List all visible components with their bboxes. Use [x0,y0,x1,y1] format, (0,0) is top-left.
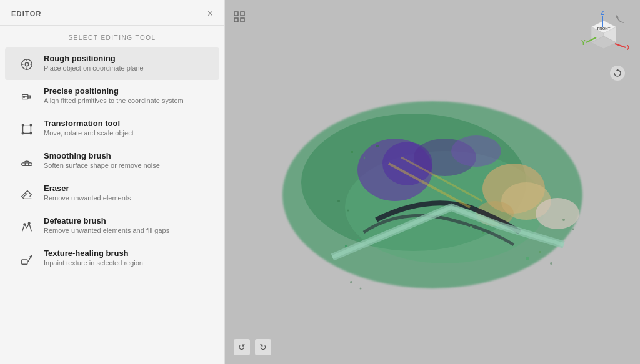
close-button[interactable]: × [208,9,213,19]
svg-rect-49 [351,151,353,153]
svg-rect-58 [539,251,541,253]
svg-rect-56 [358,239,359,240]
defeature-brush-text-block: Defeature brushRemove unwanted elements … [44,216,169,234]
redo-button[interactable]: ↻ [255,339,271,355]
tool-item-rough-positioning[interactable]: Rough positioningPlace object on coordin… [5,47,219,80]
svg-point-44 [451,135,501,167]
axis-cube: FRONT X Y Z [579,11,629,61]
svg-text:FRONT: FRONT [598,27,611,31]
tool-item-transformation-tool[interactable]: Transformation toolMove, rotate and scal… [5,112,219,145]
svg-rect-53 [482,232,484,234]
svg-text:Y: Y [581,39,586,46]
svg-point-8 [23,96,25,98]
svg-point-66 [350,281,352,283]
rotate-button[interactable] [610,66,625,81]
svg-rect-22 [241,12,244,16]
svg-rect-24 [241,18,244,22]
tool-item-smoothing-brush[interactable]: Smoothing brushSoften surface shape or r… [5,145,219,177]
svg-point-67 [360,287,362,289]
svg-rect-50 [364,157,365,159]
svg-point-1 [25,62,29,66]
smoothing-brush-desc: Soften surface shape or remove noise [44,162,160,169]
left-panel: EDITOR × SELECT EDITING TOOL Rough posit… [0,0,225,364]
undo-button[interactable]: ↺ [234,339,250,355]
svg-point-63 [562,219,565,221]
svg-point-11 [30,124,32,126]
select-editing-label: SELECT EDITING TOOL [0,26,224,47]
viewport-controls: ↺ ↻ [234,339,271,355]
rough-positioning-name: Rough positioning [44,54,144,63]
smoothing-brush-icon [18,152,36,171]
texture-healing-brush-desc: Inpaint texture in selected region [44,259,143,267]
precise-positioning-name: Precise positioning [44,86,184,96]
defeature-brush-desc: Remove unwanted elements and fill gaps [44,227,169,234]
eraser-text-block: EraserRemove unwanted elements [44,184,131,202]
tool-item-texture-healing-brush[interactable]: Texture-healing brushInpaint texture in … [5,242,219,275]
precise-positioning-text-block: Precise positioningAlign fitted primitiv… [44,86,184,104]
smoothing-brush-name: Smoothing brush [44,151,160,160]
eraser-desc: Remove unwanted elements [44,194,131,202]
svg-point-18 [24,224,26,225]
svg-point-12 [22,132,24,134]
svg-point-62 [348,209,349,211]
transformation-tool-text-block: Transformation toolMove, rotate and scal… [44,119,134,137]
tool-item-eraser[interactable]: EraserRemove unwanted elements [5,177,219,210]
eraser-name: Eraser [44,184,131,193]
texture-healing-brush-name: Texture-healing brush [44,248,143,258]
svg-marker-36 [616,15,619,18]
svg-text:X: X [627,44,629,51]
viewport: FRONT X Y Z [225,0,640,364]
panel-header: EDITOR × [0,0,224,26]
transformation-tool-desc: Move, rotate and scale object [44,129,134,137]
svg-rect-52 [470,226,472,228]
svg-rect-23 [234,18,238,22]
svg-point-10 [22,124,24,126]
tool-item-precise-positioning[interactable]: Precise positioningAlign fitted primitiv… [5,80,219,112]
panel-title: EDITOR [11,10,42,17]
precise-positioning-icon [18,87,36,106]
defeature-brush-icon [18,217,36,236]
svg-rect-55 [345,245,348,247]
svg-point-19 [28,222,30,224]
svg-point-48 [536,198,579,229]
texture-healing-brush-icon [18,250,36,268]
svg-point-13 [30,132,32,134]
defeature-brush-name: Defeature brush [44,216,169,225]
precise-positioning-desc: Align fitted primitives to the coordinat… [44,97,184,104]
svg-rect-9 [23,125,31,134]
svg-rect-54 [501,239,503,240]
svg-rect-51 [376,145,379,147]
eraser-icon [18,185,36,204]
texture-healing-brush-text-block: Texture-healing brushInpaint texture in … [44,248,143,267]
svg-rect-14 [22,163,32,166]
svg-point-64 [572,228,574,230]
svg-point-65 [550,262,552,265]
svg-point-61 [338,200,340,202]
svg-rect-20 [22,260,28,264]
rough-positioning-icon [18,55,36,74]
rough-positioning-desc: Place object on coordinate plane [44,64,144,72]
pointcloud-view [251,45,614,320]
transformation-tool-name: Transformation tool [44,119,134,128]
fullscreen-button[interactable] [234,11,245,25]
tool-list: Rough positioningPlace object on coordin… [0,47,224,281]
svg-rect-21 [234,12,238,16]
smoothing-brush-text-block: Smoothing brushSoften surface shape or r… [44,151,160,169]
tool-item-defeature-brush[interactable]: Defeature brushRemove unwanted elements … [5,210,219,242]
svg-text:Z: Z [601,11,604,16]
svg-rect-57 [526,257,529,260]
rough-positioning-text-block: Rough positioningPlace object on coordin… [44,54,144,72]
transformation-tool-icon [18,120,36,139]
svg-line-30 [615,44,626,47]
